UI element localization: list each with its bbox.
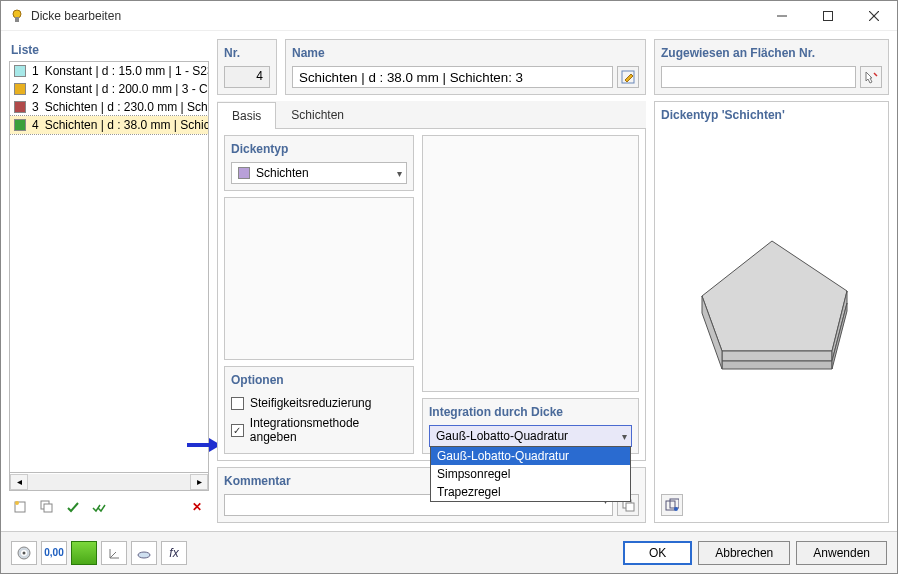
pick-surface-icon[interactable] bbox=[860, 66, 882, 88]
list-item-color-icon bbox=[14, 101, 26, 113]
optionen-label: Optionen bbox=[231, 373, 407, 387]
svg-marker-13 bbox=[209, 438, 217, 452]
help-icon[interactable] bbox=[11, 541, 37, 565]
list-item[interactable]: 2Konstant | d : 200.0 mm | 3 - C30 bbox=[10, 80, 208, 98]
nr-value: 4 bbox=[224, 66, 270, 88]
integration-combo[interactable]: Gauß-Lobatto-Quadratur Gauß-Lobatto-Quad… bbox=[429, 425, 632, 447]
name-label: Name bbox=[292, 46, 639, 60]
list-item-index: 1 bbox=[32, 64, 39, 78]
app-icon bbox=[9, 8, 25, 24]
maximize-button[interactable] bbox=[805, 1, 851, 31]
dialog-title: Dicke bearbeiten bbox=[31, 9, 759, 23]
nr-panel: Nr. 4 bbox=[217, 39, 277, 95]
stiffness-label: Steifigkeitsreduzierung bbox=[250, 396, 371, 410]
name-panel: Name bbox=[285, 39, 646, 95]
list-toolbar: ✕ bbox=[9, 491, 209, 523]
titlebar: Dicke bearbeiten bbox=[1, 1, 897, 31]
nr-label: Nr. bbox=[224, 46, 270, 60]
ok-button[interactable]: OK bbox=[623, 541, 692, 565]
dropdown-option[interactable]: Gauß-Lobatto-Quadratur bbox=[431, 447, 630, 465]
assigned-label: Zugewiesen an Flächen Nr. bbox=[661, 46, 882, 60]
function-icon[interactable]: fx bbox=[161, 541, 187, 565]
copy-icon[interactable] bbox=[35, 495, 59, 519]
svg-rect-1 bbox=[15, 17, 19, 22]
annotation-arrow-icon bbox=[187, 436, 217, 454]
preview-3d[interactable] bbox=[661, 128, 882, 494]
dialog-footer: 0,00 fx OK Abbrechen Anwenden bbox=[1, 531, 897, 573]
check-all-icon[interactable] bbox=[87, 495, 111, 519]
svg-point-27 bbox=[23, 551, 26, 554]
svg-rect-9 bbox=[44, 504, 52, 512]
dickentyp-combo[interactable]: Schichten bbox=[231, 162, 407, 184]
thickness-list[interactable]: 1Konstant | d : 15.0 mm | 1 - S2352Konst… bbox=[9, 61, 209, 473]
dropdown-option[interactable]: Trapezregel bbox=[431, 483, 630, 501]
window-buttons bbox=[759, 1, 897, 31]
delete-icon[interactable]: ✕ bbox=[185, 495, 209, 519]
dropdown-option[interactable]: Simpsonregel bbox=[431, 465, 630, 483]
horizontal-scrollbar[interactable]: ◂ ▸ bbox=[9, 473, 209, 491]
list-item-index: 4 bbox=[32, 118, 39, 132]
list-item-color-icon bbox=[14, 65, 26, 77]
integration-label: Integrationsmethode angeben bbox=[250, 416, 407, 444]
assigned-panel: Zugewiesen an Flächen Nr. bbox=[654, 39, 889, 95]
preview-settings-icon[interactable] bbox=[661, 494, 683, 516]
list-item-text: Konstant | d : 200.0 mm | 3 - C30 bbox=[45, 82, 209, 96]
dickentyp-swatch-icon bbox=[238, 167, 250, 179]
svg-point-0 bbox=[13, 10, 21, 18]
apply-button[interactable]: Anwenden bbox=[796, 541, 887, 565]
list-item-index: 3 bbox=[32, 100, 39, 114]
list-item-text: Schichten | d : 230.0 mm | Schich bbox=[45, 100, 209, 114]
list-item-index: 2 bbox=[32, 82, 39, 96]
dickentyp-label: Dickentyp bbox=[231, 142, 407, 156]
name-input[interactable] bbox=[292, 66, 613, 88]
rename-icon[interactable] bbox=[617, 66, 639, 88]
new-icon[interactable] bbox=[9, 495, 33, 519]
integration-checkbox-row[interactable]: ✓ Integrationsmethode angeben bbox=[231, 413, 407, 447]
integration-value: Gauß-Lobatto-Quadratur bbox=[436, 429, 568, 443]
list-item-text: Konstant | d : 15.0 mm | 1 - S235 bbox=[45, 64, 209, 78]
cancel-button[interactable]: Abbrechen bbox=[698, 541, 790, 565]
list-item-color-icon bbox=[14, 119, 26, 131]
svg-point-24 bbox=[674, 507, 678, 511]
integration-panel-label: Integration durch Dicke bbox=[429, 405, 632, 419]
minimize-button[interactable] bbox=[759, 1, 805, 31]
svg-rect-3 bbox=[824, 11, 833, 20]
check-icon[interactable] bbox=[61, 495, 85, 519]
tab-basis[interactable]: Basis bbox=[217, 102, 276, 129]
svg-marker-16 bbox=[702, 241, 847, 351]
svg-point-7 bbox=[15, 501, 19, 505]
stiffness-checkbox-row[interactable]: Steifigkeitsreduzierung bbox=[231, 393, 407, 413]
cloud-icon[interactable] bbox=[131, 541, 157, 565]
integration-checkbox[interactable]: ✓ bbox=[231, 424, 244, 437]
integration-dropdown: Gauß-Lobatto-QuadraturSimpsonregelTrapez… bbox=[430, 446, 631, 502]
axis-icon[interactable] bbox=[101, 541, 127, 565]
svg-line-11 bbox=[874, 73, 877, 76]
list-label: Liste bbox=[9, 39, 209, 61]
units-icon[interactable]: 0,00 bbox=[41, 541, 67, 565]
list-item[interactable]: 3Schichten | d : 230.0 mm | Schich bbox=[10, 98, 208, 116]
scroll-right-icon[interactable]: ▸ bbox=[190, 474, 208, 490]
list-item-color-icon bbox=[14, 83, 26, 95]
svg-marker-19 bbox=[722, 361, 832, 369]
svg-marker-17 bbox=[722, 351, 832, 361]
dialog-window: Dicke bearbeiten Liste 1Konstant | d : 1… bbox=[0, 0, 898, 574]
list-item[interactable]: 4Schichten | d : 38.0 mm | Schicht bbox=[10, 116, 208, 134]
color-icon[interactable] bbox=[71, 541, 97, 565]
spacer-panel-2 bbox=[422, 135, 639, 392]
dickentyp-value: Schichten bbox=[256, 166, 309, 180]
close-button[interactable] bbox=[851, 1, 897, 31]
preview-label: Dickentyp 'Schichten' bbox=[661, 108, 882, 122]
tab-schichten[interactable]: Schichten bbox=[276, 101, 359, 128]
svg-point-31 bbox=[138, 552, 150, 558]
svg-rect-15 bbox=[626, 503, 634, 511]
list-item[interactable]: 1Konstant | d : 15.0 mm | 1 - S235 bbox=[10, 62, 208, 80]
spacer-panel-1 bbox=[224, 197, 414, 360]
scroll-left-icon[interactable]: ◂ bbox=[10, 474, 28, 490]
assigned-input[interactable] bbox=[661, 66, 856, 88]
tab-bar: BasisSchichten bbox=[217, 101, 646, 129]
stiffness-checkbox[interactable] bbox=[231, 397, 244, 410]
svg-line-30 bbox=[110, 552, 116, 558]
list-item-text: Schichten | d : 38.0 mm | Schicht bbox=[45, 118, 209, 132]
